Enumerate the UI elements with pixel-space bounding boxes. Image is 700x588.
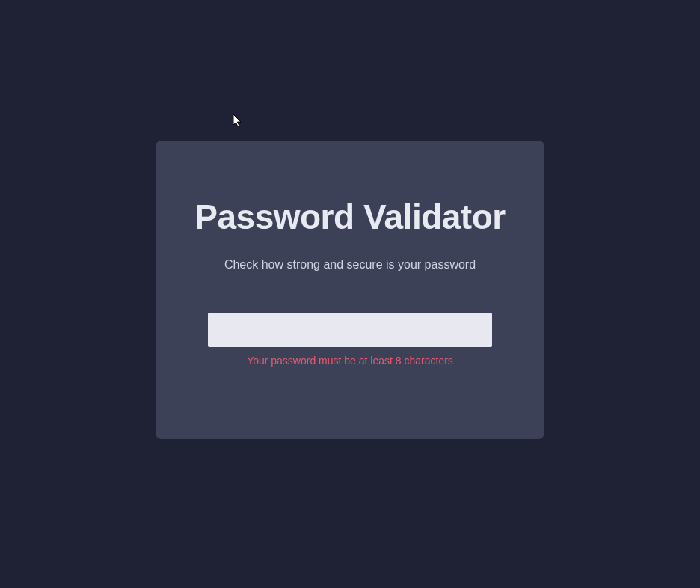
password-input[interactable] xyxy=(208,313,492,347)
page-title: Password Validator xyxy=(194,197,505,237)
page-subtitle: Check how strong and secure is your pass… xyxy=(224,258,476,272)
cursor-icon xyxy=(233,114,244,128)
password-validator-card: Password Validator Check how strong and … xyxy=(156,141,544,439)
error-message: Your password must be at least 8 charact… xyxy=(247,355,453,367)
